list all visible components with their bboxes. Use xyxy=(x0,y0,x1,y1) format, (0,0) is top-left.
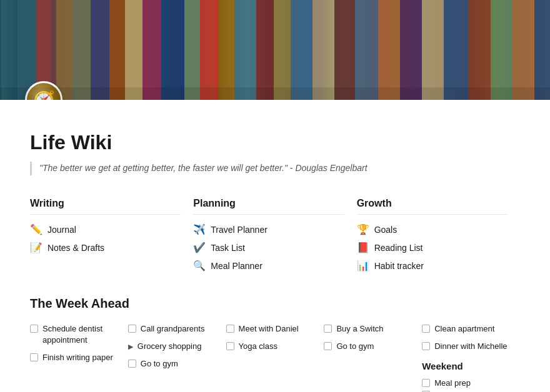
weekend-title: Weekend xyxy=(422,361,520,371)
main-content: Life Wiki "The better we get at getting … xyxy=(0,100,550,392)
goals-label: Goals xyxy=(374,225,398,235)
chart-icon: 📊 xyxy=(357,260,369,272)
todo-concert: Concert with Rachel xyxy=(422,390,520,392)
checkbox-switch[interactable] xyxy=(324,325,332,333)
week-col-5: Clean apartment Dinner with Michelle Wee… xyxy=(422,323,520,392)
section-title-writing: Writing xyxy=(30,198,181,215)
checkbox-meal-prep[interactable] xyxy=(422,379,430,387)
habit-tracker-label: Habit tracker xyxy=(374,261,424,271)
meal-planner-item[interactable]: 🔍 Meal Planner xyxy=(193,260,344,272)
journal-item[interactable]: ✏️ Journal xyxy=(30,223,181,235)
trophy-icon: 🏆 xyxy=(357,223,369,235)
week-col-2: Call grandparents ▶ Grocery shopping Go … xyxy=(128,323,226,370)
week-col-4: Buy a Switch Go to gym xyxy=(324,323,422,352)
travel-planner-item[interactable]: ✈️ Travel Planner xyxy=(193,223,344,235)
todo-writing: Finish writing paper xyxy=(30,352,128,363)
section-title-growth: Growth xyxy=(357,198,508,215)
section-planning: Planning ✈️ Travel Planner ✔️ Task List … xyxy=(193,198,356,272)
week-grid: Schedule dentist appointment Finish writ… xyxy=(30,323,520,392)
reading-list-item[interactable]: 📕 Reading List xyxy=(357,242,508,253)
habit-tracker-item[interactable]: 📊 Habit tracker xyxy=(357,260,508,272)
planning-items: ✈️ Travel Planner ✔️ Task List 🔍 Meal Pl… xyxy=(193,223,344,272)
meal-planner-label: Meal Planner xyxy=(211,261,262,271)
week-ahead-section: The Week Ahead Schedule dentist appointm… xyxy=(30,296,520,392)
avatar: 🧭 xyxy=(25,81,62,100)
airplane-icon: ✈️ xyxy=(193,223,206,235)
pencil-icon: ✏️ xyxy=(30,223,42,235)
todo-gym-3: Go to gym xyxy=(324,341,422,352)
todo-dinner: Dinner with Michelle xyxy=(422,341,520,352)
checkbox-dinner[interactable] xyxy=(422,342,430,350)
checkbox-dentist[interactable] xyxy=(30,325,38,333)
todo-meal-prep: Meal prep xyxy=(422,378,520,389)
checkbox-yoga[interactable] xyxy=(226,342,234,350)
task-list-item[interactable]: ✔️ Task List xyxy=(193,242,344,253)
notes-drafts-label: Notes & Drafts xyxy=(48,243,104,253)
quote-bar xyxy=(30,162,32,175)
todo-grocery-text: Grocery shopping xyxy=(138,341,202,352)
week-col-1: Schedule dentist appointment Finish writ… xyxy=(30,323,128,364)
search-food-icon: 🔍 xyxy=(193,260,206,272)
section-growth: Growth 🏆 Goals 📕 Reading List 📊 Habit tr… xyxy=(357,198,520,272)
book-icon: 📕 xyxy=(357,242,369,253)
todo-daniel: Meet with Daniel xyxy=(226,323,324,335)
goals-item[interactable]: 🏆 Goals xyxy=(357,223,508,235)
week-col-3: Meet with Daniel Yoga class xyxy=(226,323,324,352)
weekend-section: Weekend Meal prep Concert with Rachel 🗄 … xyxy=(422,361,520,392)
todo-concert-text: Concert with Rachel xyxy=(434,390,507,392)
checkbox-daniel[interactable] xyxy=(226,325,234,333)
todo-grocery: ▶ Grocery shopping xyxy=(128,341,226,352)
todo-gym-2: Go to gym xyxy=(128,358,226,370)
task-list-label: Task List xyxy=(211,243,244,253)
todo-clean-text: Clean apartment xyxy=(434,323,494,335)
checkbox-grandparents[interactable] xyxy=(128,325,136,333)
travel-planner-label: Travel Planner xyxy=(211,225,268,235)
todo-switch-text: Buy a Switch xyxy=(336,323,383,335)
checkmark-icon: ✔️ xyxy=(193,242,206,253)
compass-icon: 🧭 xyxy=(33,90,55,100)
checkbox-gym-2[interactable] xyxy=(128,360,136,368)
todo-clean: Clean apartment xyxy=(422,323,520,335)
week-ahead-title: The Week Ahead xyxy=(30,296,520,311)
sections-grid: Writing ✏️ Journal 📝 Notes & Drafts Plan… xyxy=(30,198,520,272)
todo-yoga-text: Yoga class xyxy=(239,341,278,352)
section-title-planning: Planning xyxy=(193,198,344,215)
todo-gym-3-text: Go to gym xyxy=(336,341,374,352)
todo-meal-prep-text: Meal prep xyxy=(434,378,471,389)
todo-dentist-text: Schedule dentist appointment xyxy=(42,323,128,346)
quote-text: "The better we get at getting better, th… xyxy=(39,162,368,175)
checkbox-clean[interactable] xyxy=(422,325,430,333)
checkbox-writing[interactable] xyxy=(30,353,38,361)
todo-grandparents-text: Call grandparents xyxy=(141,323,205,335)
growth-items: 🏆 Goals 📕 Reading List 📊 Habit tracker xyxy=(357,223,508,272)
notepad-icon: 📝 xyxy=(30,242,42,253)
todo-yoga: Yoga class xyxy=(226,341,324,352)
section-writing: Writing ✏️ Journal 📝 Notes & Drafts xyxy=(30,198,193,272)
todo-daniel-text: Meet with Daniel xyxy=(239,323,299,335)
todo-gym-2-text: Go to gym xyxy=(141,358,178,370)
notes-drafts-item[interactable]: 📝 Notes & Drafts xyxy=(30,242,181,253)
todo-dentist: Schedule dentist appointment xyxy=(30,323,128,346)
page-title: Life Wiki xyxy=(30,131,520,154)
reading-list-label: Reading List xyxy=(374,243,423,253)
hero-image: 🧭 xyxy=(0,0,550,100)
writing-items: ✏️ Journal 📝 Notes & Drafts xyxy=(30,223,181,253)
quote-block: "The better we get at getting better, th… xyxy=(30,162,520,175)
todo-grandparents: Call grandparents xyxy=(128,323,226,335)
todo-dinner-text: Dinner with Michelle xyxy=(434,341,507,352)
todo-switch: Buy a Switch xyxy=(324,323,422,335)
todo-writing-text: Finish writing paper xyxy=(42,352,113,363)
arrow-grocery-icon: ▶ xyxy=(128,342,133,351)
journal-label: Journal xyxy=(48,225,76,235)
checkbox-gym-3[interactable] xyxy=(324,342,332,350)
